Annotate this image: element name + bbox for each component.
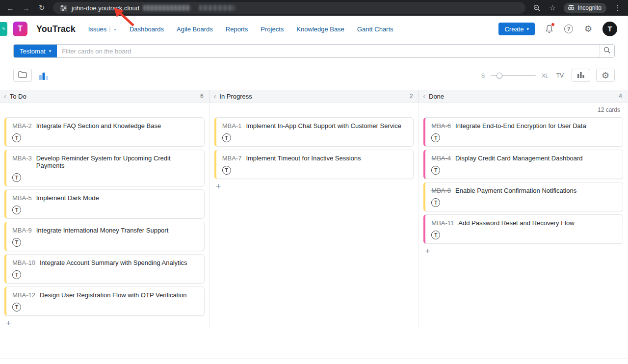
card-MBA-4[interactable]: MBA-4Display Credit Card Management Dash… <box>423 150 623 179</box>
card-MBA-3[interactable]: MBA-3Develop Reminder System for Upcomin… <box>4 150 205 186</box>
filter-cards-input[interactable] <box>57 45 600 57</box>
assignee-avatar[interactable]: T <box>12 303 21 312</box>
card-footer-row: T <box>12 206 198 214</box>
nav-label: Agile Boards <box>177 26 213 33</box>
sidebar-edit-handle[interactable]: ✎ <box>0 22 7 36</box>
app-header: ✎ T YouTrack Issues|⌄DashboardsAgile Boa… <box>0 16 628 42</box>
card-id[interactable]: MBA-5 <box>12 194 32 202</box>
group-folder-button[interactable] <box>13 69 32 82</box>
assignee-avatar[interactable]: T <box>12 173 21 182</box>
help-icon[interactable]: ? <box>563 24 574 34</box>
board-settings-button[interactable]: ⚙ <box>596 69 615 82</box>
column-headers: ‹To Do6‹In Progress2‹Done4 <box>0 90 628 103</box>
search-button[interactable] <box>600 45 614 57</box>
card-MBA-5[interactable]: MBA-5Implement Dark ModeT <box>4 189 205 219</box>
notifications-bell-icon[interactable] <box>544 24 554 34</box>
collapse-column-icon[interactable]: ‹ <box>423 92 425 100</box>
card-MBA-1[interactable]: MBA-1Implement In-App Chat Support with … <box>214 117 414 147</box>
forward-icon[interactable]: → <box>22 3 30 12</box>
card-id[interactable]: MBA-10 <box>12 259 35 266</box>
card-title: Add Password Reset and Recovery Flow <box>458 219 574 227</box>
card-header-row: MBA-7Implement Timeout for Inactive Sess… <box>222 155 408 162</box>
column-name: Done <box>429 93 444 100</box>
card-title: Implement Dark Mode <box>36 194 99 202</box>
address-bar[interactable]: john-doe.youtrack.cloud <box>53 2 525 14</box>
bar-chart-icon <box>577 71 585 80</box>
card-MBA-12[interactable]: MBA-12Design User Registration Flow with… <box>4 286 205 316</box>
column-header-done: ‹Done4 <box>419 90 628 102</box>
card-MBA-8[interactable]: MBA-8Enable Payment Confirmation Notific… <box>423 182 623 211</box>
assignee-avatar[interactable]: T <box>431 166 440 175</box>
add-card-button[interactable]: + <box>6 319 14 328</box>
nav-agile-boards[interactable]: Agile Boards <box>177 26 213 33</box>
url-redaction <box>143 5 190 11</box>
card-footer-row: T <box>12 133 198 142</box>
user-avatar[interactable]: T <box>602 22 617 36</box>
card-id[interactable]: MBA-8 <box>431 187 451 194</box>
board-toolbar: S XL TV ⚙ <box>13 69 615 82</box>
swimlanes-chart-icon[interactable] <box>39 71 49 80</box>
card-MBA-11[interactable]: MBA-11Add Password Reset and Recovery Fl… <box>423 214 623 244</box>
card-header-row: MBA-5Implement Dark Mode <box>12 194 198 202</box>
card-id[interactable]: MBA-1 <box>222 122 242 130</box>
card-MBA-6[interactable]: MBA-6Integrate End-to-End Encryption for… <box>423 117 623 147</box>
back-icon[interactable]: ← <box>6 3 15 12</box>
add-card-button[interactable]: + <box>216 182 224 191</box>
collapse-column-icon[interactable]: ‹ <box>4 92 6 100</box>
assignee-avatar[interactable]: T <box>222 133 231 142</box>
bookmark-star-icon[interactable]: ☆ <box>548 3 557 12</box>
add-card-button[interactable]: + <box>425 247 433 256</box>
nav-label: Knowledge Base <box>296 26 344 33</box>
assignee-avatar[interactable]: T <box>222 166 231 175</box>
card-id[interactable]: MBA-9 <box>12 227 32 234</box>
nav-label: Gantt Charts <box>357 26 393 33</box>
notification-dot <box>551 23 554 26</box>
nav-projects[interactable]: Projects <box>261 26 284 33</box>
card-size-slider[interactable] <box>491 72 536 79</box>
assignee-avatar[interactable]: T <box>12 238 21 247</box>
youtrack-logo[interactable]: T <box>13 22 27 36</box>
card-id[interactable]: MBA-3 <box>12 155 32 162</box>
card-header-row: MBA-3Develop Reminder System for Upcomin… <box>12 155 198 169</box>
card-id[interactable]: MBA-6 <box>431 122 451 130</box>
create-button[interactable]: Create ▾ <box>498 23 535 35</box>
card-header-row: MBA-12Design User Registration Flow with… <box>12 291 198 299</box>
assignee-avatar[interactable]: T <box>12 206 21 214</box>
browser-menu-icon[interactable]: ⋮ <box>613 3 622 12</box>
card-id[interactable]: MBA-12 <box>12 291 35 299</box>
board-chart-button[interactable] <box>572 69 590 82</box>
nav-reports[interactable]: Reports <box>226 26 248 33</box>
board-filter-bar: Testomat ▾ <box>13 44 615 58</box>
assignee-avatar[interactable]: T <box>431 231 440 239</box>
site-settings-icon[interactable] <box>59 3 68 12</box>
assignee-avatar[interactable]: T <box>431 198 440 207</box>
card-MBA-9[interactable]: MBA-9Integrate International Money Trans… <box>4 222 205 251</box>
card-header-row: MBA-9Integrate International Money Trans… <box>12 227 198 234</box>
card-title: Integrate End-to-End Encryption for User… <box>455 122 586 130</box>
card-id[interactable]: MBA-2 <box>12 122 32 130</box>
nav-dashboards[interactable]: Dashboards <box>130 26 164 33</box>
card-MBA-10[interactable]: MBA-10Integrate Account Summary with Spe… <box>4 254 205 284</box>
reload-icon[interactable]: ↻ <box>37 3 46 12</box>
nav-knowledge-base[interactable]: Knowledge Base <box>296 26 344 33</box>
url-text[interactable]: john-doe.youtrack.cloud <box>72 4 139 12</box>
project-selector-button[interactable]: Testomat ▾ <box>14 45 57 57</box>
slider-knob[interactable] <box>497 73 502 78</box>
tv-mode-button[interactable]: TV <box>556 72 564 79</box>
assignee-avatar[interactable]: T <box>431 133 440 142</box>
card-id[interactable]: MBA-11 <box>431 219 454 227</box>
card-id[interactable]: MBA-4 <box>431 155 451 162</box>
card-id[interactable]: MBA-7 <box>222 155 242 162</box>
assignee-avatar[interactable]: T <box>12 133 21 142</box>
settings-gear-icon[interactable]: ⚙ <box>583 24 594 34</box>
card-MBA-2[interactable]: MBA-2Integrate FAQ Section and Knowledge… <box>4 117 205 147</box>
nav-gantt-charts[interactable]: Gantt Charts <box>357 26 393 33</box>
card-title: Integrate FAQ Section and Knowledge Base <box>36 122 161 130</box>
card-MBA-7[interactable]: MBA-7Implement Timeout for Inactive Sess… <box>214 150 414 179</box>
assignee-avatar[interactable]: T <box>12 270 21 279</box>
chevron-down-icon: ▾ <box>526 26 529 31</box>
collapse-column-icon[interactable]: ‹ <box>214 92 216 100</box>
zoom-icon[interactable] <box>532 3 541 12</box>
nav-issues[interactable]: Issues|⌄ <box>88 26 117 33</box>
card-footer-row: T <box>431 231 617 239</box>
